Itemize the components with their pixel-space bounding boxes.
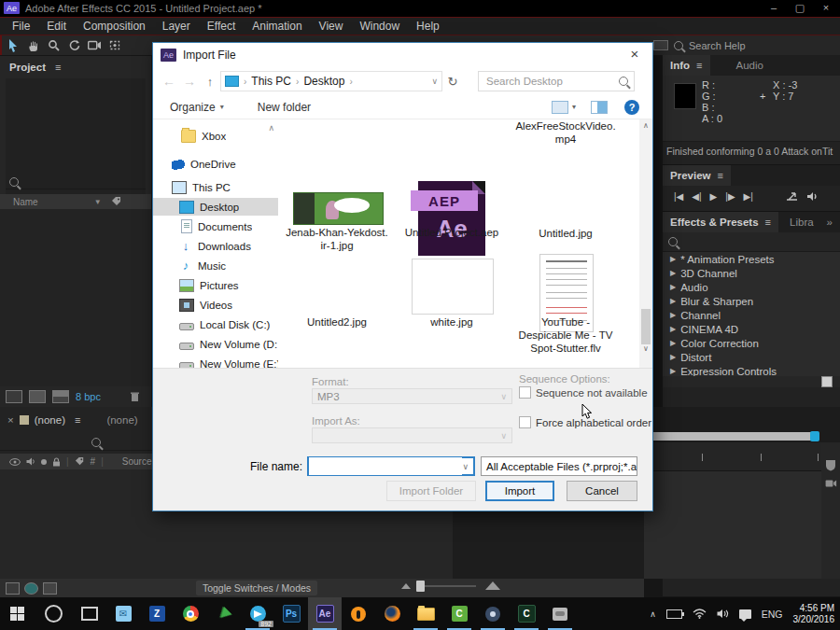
bit-depth[interactable]: 8 bpc: [76, 391, 101, 402]
taskbar-telegram[interactable]: 892: [241, 597, 274, 630]
sequence-checkbox[interactable]: [519, 386, 531, 399]
menu-effect[interactable]: Effect: [199, 20, 244, 33]
taskbar-photoshop[interactable]: Ps: [274, 597, 308, 630]
refresh-icon[interactable]: ↻: [442, 75, 463, 89]
new-folder-icon[interactable]: [29, 390, 46, 403]
zoom-out-icon[interactable]: [401, 583, 411, 589]
taskbar-camtasia[interactable]: C: [442, 597, 476, 630]
battery-icon[interactable]: [666, 609, 682, 619]
camera-icon[interactable]: [825, 479, 837, 488]
sidebar-item-new-volume-d[interactable]: New Volume (D:: [153, 335, 278, 353]
hand-tool-icon[interactable]: [22, 37, 43, 54]
language-indicator[interactable]: ENG: [762, 609, 783, 620]
sidebar-item-pictures[interactable]: Pictures: [153, 276, 278, 294]
tab-audio[interactable]: Audio: [736, 60, 763, 71]
timeline-zoom-slider[interactable]: [401, 581, 500, 590]
organize-button[interactable]: Organize: [170, 101, 216, 114]
audio-mute-icon[interactable]: [806, 191, 819, 202]
task-view-button[interactable]: [73, 597, 106, 630]
project-name-header[interactable]: Name ▼: [0, 194, 151, 209]
back-icon[interactable]: ←: [159, 74, 179, 89]
label-icon[interactable]: [75, 456, 85, 467]
file-thumbnail-white[interactable]: [412, 259, 494, 315]
sidebar-item-desktop[interactable]: Desktop: [153, 198, 278, 216]
file-thumbnail-aep[interactable]: AEP Ae: [418, 181, 485, 256]
effects-category[interactable]: ▶Distort: [663, 350, 840, 364]
new-composition-icon[interactable]: [52, 390, 69, 403]
breadcrumb-desktop[interactable]: Desktop: [303, 75, 344, 88]
rotation-tool-icon[interactable]: [63, 37, 84, 54]
taskbar-firefox[interactable]: [375, 597, 409, 630]
help-icon[interactable]: ?: [624, 100, 639, 115]
file-name-input[interactable]: [309, 457, 462, 475]
panel-menu-icon[interactable]: ≡: [765, 217, 771, 228]
up-icon[interactable]: ↑: [200, 75, 220, 89]
import-button[interactable]: Import: [485, 481, 554, 501]
taskbar-explorer[interactable]: [409, 597, 442, 630]
sidebar-item-videos[interactable]: Videos: [153, 296, 278, 314]
taskbar-z-app[interactable]: Z: [140, 597, 174, 630]
sidebar-item-documents[interactable]: Documents: [153, 217, 278, 235]
taskbar-media-app[interactable]: [476, 597, 510, 630]
effects-category[interactable]: ▶* Animation Presets: [663, 252, 840, 266]
effects-category[interactable]: ▶Color Correction: [663, 336, 840, 350]
effects-category[interactable]: ▶Expression Controls: [663, 364, 840, 376]
footage-icon[interactable]: [6, 390, 22, 403]
scroll-thumb[interactable]: [641, 309, 651, 344]
shield-icon[interactable]: [825, 459, 836, 471]
tab-close-icon[interactable]: ×: [7, 414, 14, 426]
sidebar-item-music[interactable]: ♪Music: [153, 257, 278, 274]
taskbar-chrome[interactable]: [174, 597, 207, 630]
expand-icon[interactable]: ▶: [670, 311, 676, 319]
menu-edit[interactable]: Edit: [38, 20, 75, 33]
sort-icon[interactable]: ▼: [94, 198, 102, 206]
expand-icon[interactable]: ▶: [670, 367, 676, 375]
menu-layer[interactable]: Layer: [154, 20, 199, 33]
sidebar-item-onedrive[interactable]: OneDrive: [153, 155, 278, 173]
zoom-slider-thumb[interactable]: [416, 581, 425, 592]
start-button[interactable]: [0, 597, 34, 630]
trash-icon[interactable]: [130, 391, 140, 402]
file-untitled-project-label[interactable]: Untitled Project.aep: [400, 226, 503, 239]
address-dropdown-icon[interactable]: ∨: [431, 77, 441, 86]
clock[interactable]: 4:56 PM 3/20/2016: [793, 603, 835, 625]
minimize-button[interactable]: –: [762, 1, 786, 15]
chevron-down-icon[interactable]: ∨: [462, 462, 473, 471]
effects-category[interactable]: ▶Blur & Sharpen: [663, 294, 840, 308]
first-frame-button[interactable]: |◀: [674, 191, 683, 202]
taskbar-after-effects[interactable]: Ae: [308, 597, 342, 630]
sidebar-item-new-volume-e[interactable]: New Volume (E:)∨: [153, 355, 278, 368]
zoom-slider-track[interactable]: [420, 585, 476, 587]
cortana-button[interactable]: [34, 597, 73, 630]
dialog-titlebar[interactable]: Ae Import File ×: [153, 43, 652, 67]
breadcrumb-this-pc[interactable]: This PC: [251, 75, 291, 88]
taskbar-openvpn[interactable]: [342, 597, 375, 630]
taskbar-mail[interactable]: ✉: [106, 597, 140, 630]
wifi-icon[interactable]: [693, 609, 707, 619]
search-box[interactable]: [478, 71, 635, 91]
expand-icon[interactable]: ▶: [670, 283, 676, 291]
file-youtube-label[interactable]: YouTube - Despicable Me - TV Spot-Stutte…: [514, 315, 617, 355]
views-icon[interactable]: [552, 101, 568, 114]
menu-animation[interactable]: Animation: [244, 20, 310, 33]
search-help[interactable]: Search Help: [653, 35, 746, 55]
timeline-track-area[interactable]: [644, 471, 821, 579]
taskbar-idm[interactable]: [207, 597, 241, 630]
file-untitled2-label[interactable]: Untitled2.jpg: [286, 315, 388, 329]
sidebar-item-local-disk-c[interactable]: Local Disk (C:): [153, 315, 278, 333]
tab-effects-presets[interactable]: Effects & Presets ≡: [663, 212, 778, 232]
last-frame-button[interactable]: ▶|: [744, 191, 753, 202]
zoom-tool-icon[interactable]: [43, 37, 63, 54]
panel-menu-icon[interactable]: ≡: [75, 414, 80, 426]
sidebar-item-xbox[interactable]: Xbox: [153, 127, 278, 145]
timeline-ruler[interactable]: [644, 442, 821, 471]
action-center-icon[interactable]: [739, 609, 751, 619]
lock-icon[interactable]: [52, 457, 61, 467]
menu-window[interactable]: Window: [351, 20, 408, 33]
graph-editor-icon[interactable]: [43, 582, 57, 595]
effects-search[interactable]: [663, 232, 840, 252]
forward-icon[interactable]: →: [179, 74, 200, 89]
timeline-tab-inactive[interactable]: (none): [106, 414, 137, 426]
restore-button[interactable]: ▢: [788, 1, 812, 15]
tag-icon[interactable]: [111, 196, 122, 207]
